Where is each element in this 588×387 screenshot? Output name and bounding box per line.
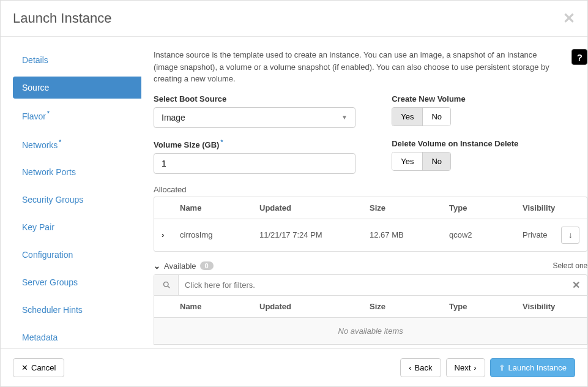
cell-size: 12.67 MB [370, 230, 449, 239]
create-volume-toggle: Yes No [392, 107, 451, 126]
col-header-visibility: Visibility [523, 302, 555, 311]
cancel-button[interactable]: ✕Cancel [13, 358, 64, 377]
sidebar-item-networks[interactable]: Networks* [13, 133, 141, 156]
sidebar-item-label: Server Groups [22, 277, 78, 287]
clear-filter-icon[interactable]: ✕ [565, 275, 587, 295]
modal-header: Launch Instance ✕ [1, 1, 587, 37]
create-volume-yes[interactable]: Yes [392, 108, 422, 126]
boot-source-select[interactable]: Image ▼ [154, 107, 355, 128]
chevron-right-icon: › [474, 363, 476, 372]
cell-updated: 11/21/17 7:24 PM [259, 230, 370, 239]
create-volume-no[interactable]: No [422, 108, 450, 126]
sidebar-item-metadata[interactable]: Metadata [13, 326, 141, 348]
required-asterisk-icon: * [220, 139, 223, 146]
cell-type: qcow2 [449, 230, 523, 239]
col-header-updated: Updated [259, 302, 370, 311]
cell-visibility: Private [523, 230, 555, 239]
required-asterisk-icon: * [59, 139, 61, 146]
col-header-updated: Updated [259, 203, 370, 212]
chevron-down-icon: ▼ [341, 114, 348, 121]
allocated-label: Allocated [154, 185, 587, 194]
launch-instance-button[interactable]: ⇧Launch Instance [490, 358, 575, 377]
volume-size-label: Volume Size (GB)* [154, 139, 367, 149]
help-icon[interactable]: ? [571, 49, 587, 65]
filter-input[interactable] [179, 275, 565, 295]
help-text: Instance source is the template used to … [154, 49, 587, 85]
table-row: › cirrosImg 11/21/17 7:24 PM 12.67 MB qc… [154, 219, 587, 251]
sidebar-item-label: Source [22, 83, 49, 92]
col-header-size: Size [370, 203, 449, 212]
wizard-sidebar: Details Source Flavor* Networks* Network… [13, 49, 141, 336]
back-button[interactable]: ‹Back [400, 358, 441, 377]
filter-row: ✕ [154, 274, 587, 296]
sidebar-item-flavor[interactable]: Flavor* [13, 104, 141, 127]
delete-volume-yes[interactable]: Yes [392, 152, 422, 170]
volume-size-input[interactable] [154, 153, 355, 174]
sidebar-item-label: Security Groups [22, 195, 83, 205]
next-button[interactable]: Next› [446, 358, 485, 377]
cell-name: cirrosImg [180, 230, 259, 239]
sidebar-item-key-pair[interactable]: Key Pair [13, 216, 141, 238]
available-count-badge: 0 [200, 261, 214, 270]
delete-volume-toggle: Yes No [392, 152, 451, 171]
boot-source-label: Select Boot Source [154, 94, 367, 103]
sidebar-item-label: Networks [22, 140, 58, 149]
content-pane: ? Instance source is the template used t… [141, 49, 587, 336]
svg-line-1 [168, 287, 169, 288]
sidebar-item-label: Network Ports [22, 167, 76, 177]
launch-instance-modal: Launch Instance ✕ Details Source Flavor*… [0, 0, 588, 387]
col-header-name: Name [180, 203, 259, 212]
chevron-left-icon: ‹ [409, 363, 411, 372]
required-asterisk-icon: * [47, 110, 50, 117]
boot-source-value: Image [162, 113, 185, 122]
create-volume-label: Create New Volume [392, 94, 587, 103]
delete-volume-label: Delete Volume on Instance Delete [392, 139, 587, 148]
sidebar-item-label: Configuration [22, 250, 73, 260]
available-header: ⌄ Available 0 Select one [154, 261, 587, 271]
col-header-size: Size [370, 302, 449, 311]
allocated-table: Name Updated Size Type Visibility › cirr… [154, 197, 587, 252]
sidebar-item-source[interactable]: Source [13, 77, 141, 99]
close-icon[interactable]: ✕ [563, 10, 575, 27]
upload-icon: ⇧ [499, 363, 505, 372]
col-header-name: Name [180, 302, 259, 311]
select-one-hint: Select one [553, 261, 587, 270]
col-header-type: Type [449, 302, 523, 311]
deallocate-button[interactable]: ↓ [561, 227, 579, 244]
sidebar-item-label: Flavor [22, 111, 46, 121]
modal-title: Launch Instance [13, 10, 111, 26]
no-items-message: No available items [154, 318, 587, 345]
sidebar-item-label: Details [22, 55, 48, 65]
sidebar-item-label: Metadata [22, 333, 58, 342]
modal-footer: ✕Cancel ‹Back Next› ⇧Launch Instance [1, 348, 587, 386]
available-label: Available [164, 261, 196, 271]
chevron-right-icon[interactable]: › [162, 230, 164, 239]
col-header-visibility: Visibility [523, 203, 555, 212]
sidebar-item-details[interactable]: Details [13, 49, 141, 71]
svg-point-0 [163, 282, 168, 287]
sidebar-item-security-groups[interactable]: Security Groups [13, 189, 141, 211]
allocated-table-header: Name Updated Size Type Visibility [154, 197, 587, 219]
col-header-type: Type [449, 203, 523, 212]
search-icon[interactable] [154, 275, 179, 295]
delete-volume-no[interactable]: No [422, 152, 450, 170]
sidebar-item-scheduler-hints[interactable]: Scheduler Hints [13, 299, 141, 321]
arrow-down-icon: ↓ [568, 230, 573, 239]
sidebar-item-configuration[interactable]: Configuration [13, 244, 141, 266]
chevron-down-icon[interactable]: ⌄ [154, 261, 160, 271]
sidebar-item-server-groups[interactable]: Server Groups [13, 271, 141, 293]
close-icon: ✕ [21, 363, 28, 372]
modal-body: Details Source Flavor* Networks* Network… [1, 37, 587, 348]
sidebar-item-label: Key Pair [22, 222, 54, 232]
sidebar-item-network-ports[interactable]: Network Ports [13, 161, 141, 183]
available-table-header: Name Updated Size Type Visibility [154, 296, 587, 318]
sidebar-item-label: Scheduler Hints [22, 305, 83, 315]
